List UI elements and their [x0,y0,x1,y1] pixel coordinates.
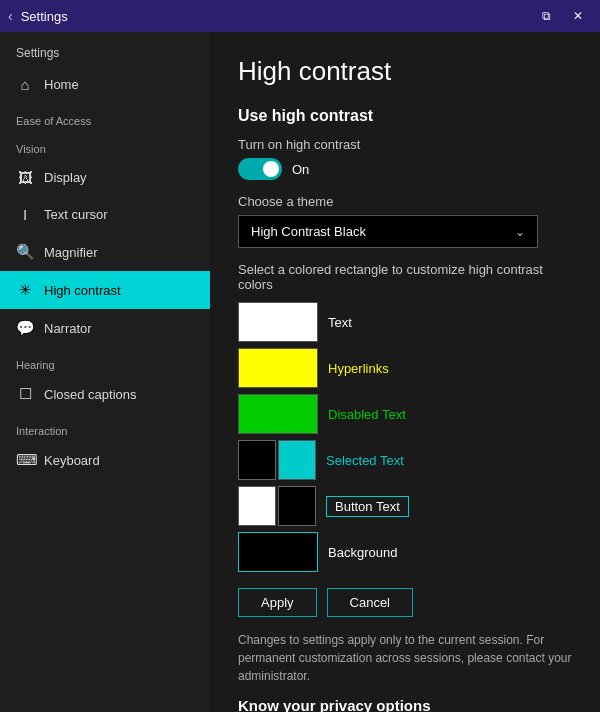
sidebar-group-vision: Vision [0,131,210,159]
toggle-row: On [238,158,572,180]
swatch-selected-group [238,440,316,480]
swatch-disabled[interactable] [238,394,318,434]
theme-dropdown-value: High Contrast Black [251,224,366,239]
narrator-icon: 💬 [16,319,34,337]
sidebar-high-contrast-label: High contrast [44,283,121,298]
swatch-button-label: Button Text [326,496,409,517]
swatch-text-label: Text [328,315,352,330]
swatch-selected-bg[interactable] [238,440,276,480]
info-text: Changes to settings apply only to the cu… [238,631,572,685]
sidebar-keyboard-label: Keyboard [44,453,100,468]
swatch-button-fg[interactable] [278,486,316,526]
swatch-disabled-label: Disabled Text [328,407,406,422]
back-button[interactable]: ‹ [8,8,13,24]
page-title: High contrast [238,56,572,87]
sidebar-item-display[interactable]: 🖼 Display [0,159,210,196]
apply-button[interactable]: Apply [238,588,317,617]
closed-captions-icon: ☐ [16,385,34,403]
sidebar-item-text-cursor[interactable]: I Text cursor [0,196,210,233]
theme-field-label: Choose a theme [238,194,572,209]
theme-dropdown[interactable]: High Contrast Black ⌄ [238,215,538,248]
magnifier-icon: 🔍 [16,243,34,261]
swatch-button-bg[interactable] [238,486,276,526]
title-bar: ‹ Settings ⧉ ✕ [0,0,600,32]
title-bar-label: Settings [21,9,532,24]
sidebar-item-closed-captions[interactable]: ☐ Closed captions [0,375,210,413]
window-controls: ⧉ ✕ [532,5,592,27]
swatch-row-background: Background [238,532,572,572]
privacy-title: Know your privacy options [238,697,572,712]
sidebar-item-narrator[interactable]: 💬 Narrator [0,309,210,347]
sidebar-text-cursor-label: Text cursor [44,207,108,222]
chevron-down-icon: ⌄ [515,225,525,239]
swatch-button-group [238,486,316,526]
close-button[interactable]: ✕ [564,5,592,27]
sidebar-section-ease: Ease of Access [0,103,210,131]
sidebar-top-label: Settings [0,40,210,66]
sidebar-closed-captions-label: Closed captions [44,387,137,402]
swatch-row-disabled: Disabled Text [238,394,572,434]
swatch-background[interactable] [238,532,318,572]
swatch-row-hyperlinks: Hyperlinks [238,348,572,388]
keyboard-icon: ⌨ [16,451,34,469]
swatch-row-selected: Selected Text [238,440,572,480]
home-icon: ⌂ [16,76,34,93]
sidebar-narrator-label: Narrator [44,321,92,336]
sidebar-group-hearing: Hearing [0,347,210,375]
sidebar-item-high-contrast[interactable]: ✳ High contrast [0,271,210,309]
section-use-title: Use high contrast [238,107,572,125]
swatch-background-label: Background [328,545,397,560]
swatch-row-text: Text [238,302,572,342]
sidebar-item-home[interactable]: ⌂ Home [0,66,210,103]
action-row: Apply Cancel [238,588,572,617]
swatch-selected-fg[interactable] [278,440,316,480]
swatch-selected-label: Selected Text [326,453,404,468]
main-layout: Settings ⌂ Home Ease of Access Vision 🖼 … [0,32,600,712]
swatch-hyperlinks[interactable] [238,348,318,388]
sidebar-magnifier-label: Magnifier [44,245,97,260]
swatch-row-button: Button Text [238,486,572,526]
cancel-button[interactable]: Cancel [327,588,413,617]
sidebar-item-keyboard[interactable]: ⌨ Keyboard [0,441,210,479]
high-contrast-toggle[interactable] [238,158,282,180]
sidebar-item-magnifier[interactable]: 🔍 Magnifier [0,233,210,271]
color-select-label: Select a colored rectangle to customize … [238,262,572,292]
swatch-hyperlinks-label: Hyperlinks [328,361,389,376]
restore-button[interactable]: ⧉ [532,5,560,27]
swatch-text[interactable] [238,302,318,342]
sidebar: Settings ⌂ Home Ease of Access Vision 🖼 … [0,32,210,712]
toggle-state-label: On [292,162,309,177]
content-area: High contrast Use high contrast Turn on … [210,32,600,712]
toggle-field-label: Turn on high contrast [238,137,572,152]
high-contrast-icon: ✳ [16,281,34,299]
display-icon: 🖼 [16,169,34,186]
sidebar-display-label: Display [44,170,87,185]
sidebar-home-label: Home [44,77,79,92]
text-cursor-icon: I [16,206,34,223]
sidebar-group-interaction: Interaction [0,413,210,441]
